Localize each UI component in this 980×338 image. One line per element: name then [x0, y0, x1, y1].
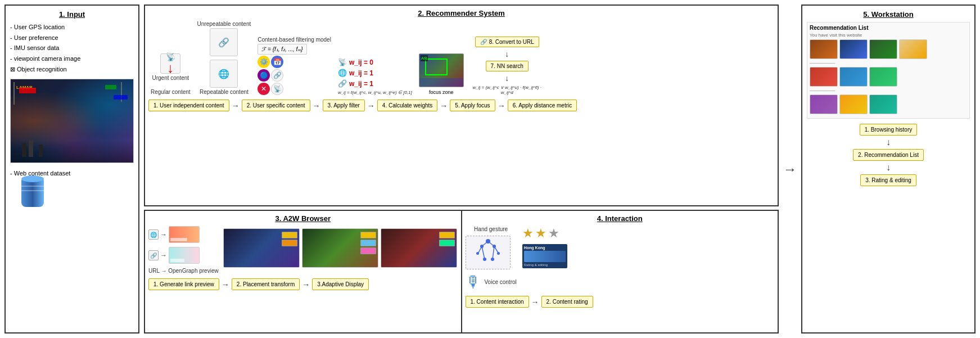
- input-item-4: - viewpoint camera image: [10, 53, 134, 64]
- rec-step3: 3. Apply filter: [323, 100, 365, 111]
- urgent-content-group: 📡 ↓ Urgent content Regular content: [151, 53, 191, 95]
- url-og-label: URL → OpenGraph preview: [148, 268, 219, 274]
- upper-icons-row: 📡 ↓ Urgent content Regular content Unrep…: [148, 21, 774, 95]
- ws-thumb-2: [839, 39, 868, 59]
- ws-step1: 1. Browsing history: [860, 124, 917, 136]
- browser-image-1: [223, 228, 300, 268]
- int-step2: 2. Content rating: [541, 296, 593, 308]
- recommender-section: 2. Recommender System 📡 ↓ Urgent content…: [144, 4, 779, 206]
- ws-thumb-9: [839, 94, 868, 114]
- icons-cluster: ⚙️ 📅 🔵 🔗 ✕ 📡: [258, 56, 291, 95]
- input-item-2: - User preference: [10, 33, 134, 43]
- skeleton-svg: [466, 236, 511, 270]
- input-item-3: - IMU sensor data: [10, 43, 134, 53]
- urgent-icon: 📡 ↓: [160, 53, 180, 74]
- icon-link: 🔗: [271, 69, 283, 82]
- ws-step3: 3. Rating & editing: [860, 174, 916, 186]
- weight-one-2: w_ij = 1: [349, 80, 373, 88]
- recommender-title: 2. Recommender System: [148, 9, 774, 17]
- link-icon: 🔗: [480, 39, 487, 45]
- rec-step2: 2. User specific content: [242, 100, 310, 111]
- a2w-flow-row: 1. Generate link preview → 2. Placement …: [148, 278, 458, 290]
- browser-images: [223, 228, 458, 272]
- link-chain-icon: 🔗: [148, 250, 159, 260]
- ws-thumb-10: [869, 94, 897, 114]
- url-card-2: [169, 247, 200, 264]
- svg-line-0: [482, 241, 488, 246]
- focus-bbox: [425, 58, 448, 75]
- a2w-title: 3. A2W Browser: [148, 214, 458, 223]
- voice-label: Voice control: [485, 279, 517, 285]
- ws-visited-text: You have visit this website: [810, 33, 967, 38]
- icon-yellow: ⚙️: [258, 56, 270, 68]
- gesture-voice-area: Hand gesture: [466, 226, 517, 291]
- svg-line-1: [488, 241, 494, 246]
- icon-x: ✕: [258, 83, 270, 95]
- arrow-4: →: [440, 101, 448, 110]
- ws-thumb-row-1: [810, 39, 967, 59]
- unrepeatable-label: Unrepeatable content: [197, 21, 251, 27]
- filtering-group: Content-based filtering model ℱ = {f₁, f…: [258, 37, 331, 95]
- ws-flow-column: 1. Browsing history ↓ 2. Recommendation …: [807, 122, 970, 188]
- weight-one-1: w_ij = 1: [349, 69, 373, 77]
- ws-separator-text-2: ────────: [810, 88, 967, 93]
- arrow-2: →: [313, 101, 320, 110]
- link-preview-column: 🌐 → 🔗 →: [148, 226, 219, 274]
- link-preview-globe: 🌐 →: [148, 226, 219, 243]
- a2w-content: 🌐 → 🔗 →: [148, 226, 458, 274]
- weight-zero: w_ij = 0: [349, 58, 373, 66]
- content-type-group: Unrepeatable content 🔗 🌐 Repeatable cont…: [197, 21, 251, 95]
- a2w-arrow-1: →: [222, 280, 229, 289]
- unrepeatable-icon: 🔗: [210, 28, 238, 56]
- a2w-step2: 2. Placement transform: [232, 278, 300, 290]
- main-section: 2. Recommender System 📡 ↓ Urgent content…: [144, 4, 779, 334]
- weight-formula: w_ij = f(w_ij^c, w_ij^u, w_ij^e) ∈ [0,1]: [338, 90, 412, 95]
- upper-right-boxes: 🔗 8. Convert to URL ↓ 7. NN search ↓ w_i…: [471, 37, 544, 95]
- focus-zone-group: AR focus zone: [419, 53, 464, 95]
- icon-rss: 📡: [271, 83, 283, 95]
- star-1: ★: [522, 226, 534, 241]
- a2w-arrow-2: →: [302, 280, 310, 289]
- ws-separator-text: ────────: [810, 61, 967, 66]
- svg-line-5: [493, 246, 494, 259]
- star-2: ★: [535, 226, 547, 241]
- recommender-flow-row: 1. User independent content → 2. User sp…: [148, 100, 774, 111]
- main-to-ws-arrow: →: [783, 0, 797, 338]
- svg-line-2: [478, 246, 482, 254]
- arrow-5: →: [498, 101, 505, 110]
- rating-stars: ★ ★ ★: [522, 226, 559, 241]
- ws-thumb-6: [839, 67, 868, 87]
- convert-to-url-box: 🔗 8. Convert to URL: [475, 37, 539, 47]
- rec-step4: 4. Calculate weights: [377, 100, 438, 111]
- int-step1: 1. Content interaction: [466, 296, 529, 308]
- icon-purple: 🔵: [258, 69, 270, 82]
- focus-image: AR: [419, 53, 464, 87]
- link-preview-link: 🔗 →: [148, 247, 219, 264]
- ws-thumb-3: [869, 39, 897, 59]
- repeatable-icon: 🌐: [210, 60, 238, 88]
- rec-step5: 5. Apply focus: [450, 100, 495, 111]
- a2w-interaction-row: 3. A2W Browser 🌐 → 🔗: [144, 210, 779, 334]
- ws-step2: 2. Recommendation List: [853, 149, 924, 161]
- focus-zone-label: focus zone: [429, 89, 454, 95]
- convert-label: 8. Convert to URL: [489, 39, 534, 45]
- a2w-step3: 3.Adaptive Display: [312, 278, 369, 290]
- repeatable-label: Repeatable content: [200, 89, 249, 95]
- svg-line-3: [494, 246, 499, 254]
- rating-area: ★ ★ ★ Hong Kong Rating & editing: [522, 226, 567, 291]
- content-card-preview: Hong Kong Rating & editing: [522, 244, 567, 268]
- hand-gesture-label: Hand gesture: [466, 226, 517, 232]
- ws-arrow-1: ↓: [886, 137, 891, 147]
- ws-thumb-4: [899, 39, 927, 59]
- gesture-graphic: [466, 236, 511, 269]
- ws-thumb-1: [810, 39, 838, 59]
- weights-group: 📡 w_ij = 0 🌐 w_ij = 1 🔗 w_ij = 1 w_ij = …: [338, 58, 412, 95]
- rec-step6: 6. Apply distance metric: [508, 100, 577, 111]
- input-item-5: ⊠ Object recognition: [10, 64, 134, 75]
- input-title: 1. Input: [10, 10, 134, 19]
- input-section: 1. Input - User GPS location - User pref…: [4, 4, 139, 334]
- star-3: ★: [548, 226, 559, 241]
- int-arrow-1: →: [531, 298, 539, 307]
- arrow-globe: →: [160, 231, 167, 238]
- street-image: LAMAR...: [10, 79, 134, 163]
